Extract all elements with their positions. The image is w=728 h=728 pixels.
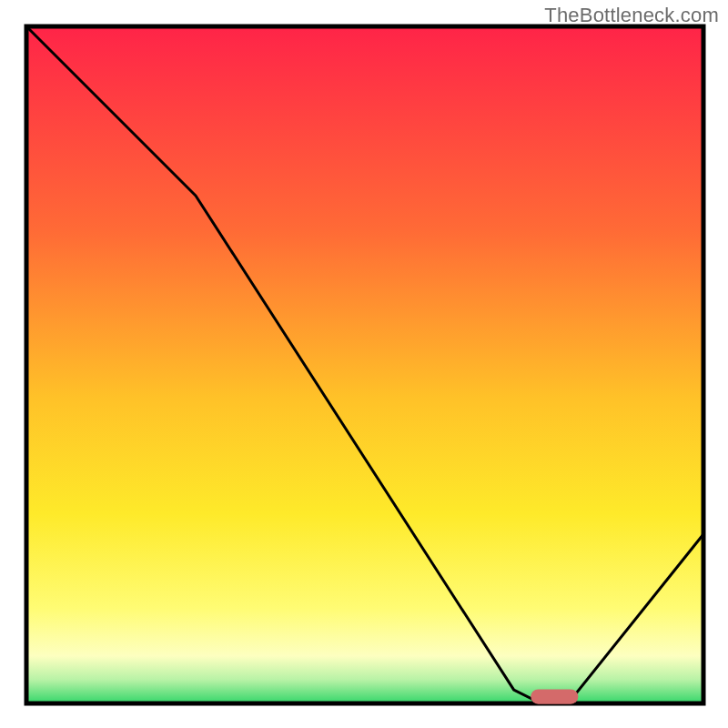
- optimal-marker: [531, 689, 578, 703]
- watermark-text: TheBottleneck.com: [544, 4, 719, 27]
- chart-container: TheBottleneck.com: [0, 0, 728, 728]
- bottleneck-chart: [0, 0, 728, 728]
